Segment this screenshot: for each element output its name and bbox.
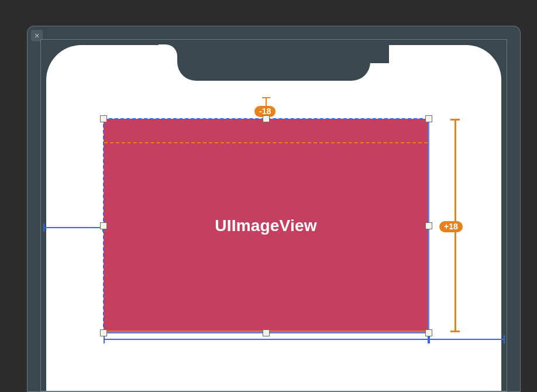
resize-handle-sw[interactable] <box>100 329 107 336</box>
resize-handle-w[interactable] <box>100 222 107 229</box>
device-notch <box>177 44 370 81</box>
interface-builder-canvas[interactable]: UIImageView -18 +18 <box>40 39 507 391</box>
resize-handle-n[interactable] <box>263 115 270 122</box>
uiimageview-label: UIImageView <box>215 216 316 235</box>
resize-handle-s[interactable] <box>263 329 270 336</box>
resize-handle-e[interactable] <box>425 222 432 229</box>
close-icon: × <box>35 32 39 40</box>
height-offset-value: +18 <box>444 222 458 231</box>
resize-handle-ne[interactable] <box>425 115 432 122</box>
preview-window: × UIImageView <box>27 26 521 392</box>
uiimageview[interactable]: UIImageView <box>104 119 428 332</box>
resize-handle-se[interactable] <box>425 329 432 336</box>
height-offset-badge[interactable]: +18 <box>439 221 463 232</box>
top-offset-value: -18 <box>259 106 271 116</box>
resize-handle-nw[interactable] <box>100 115 107 122</box>
